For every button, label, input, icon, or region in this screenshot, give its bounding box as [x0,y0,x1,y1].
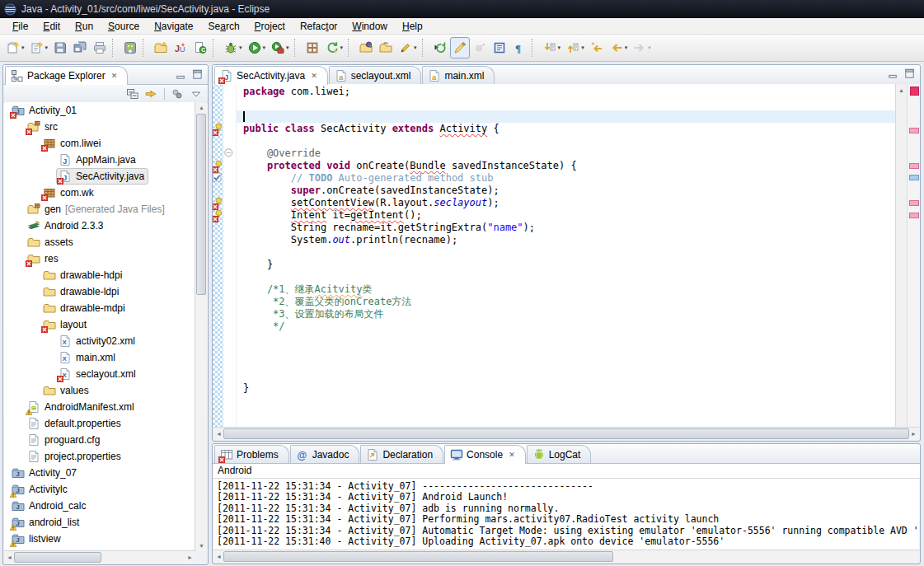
tree-item-drawable-hdpi[interactable]: drawable-hdpi [4,267,195,283]
editor-horizontal-scrollbar[interactable]: ◄ ► [213,427,919,440]
code-line[interactable]: } [237,259,895,271]
overview-marker-error[interactable] [909,200,919,206]
dropdown-arrow-icon[interactable]: ▾ [414,44,417,51]
forward-button[interactable]: ▾ [630,37,654,58]
view-tab-javadoc[interactable]: @Javadoc [290,445,360,463]
menu-file[interactable]: File [5,20,35,33]
overview-marker-task[interactable] [909,175,919,180]
close-icon[interactable]: ✕ [111,72,118,80]
minimize-editor-button[interactable] [885,67,900,80]
tree-item-src[interactable]: src [4,119,195,135]
bulb-error-icon[interactable] [213,123,224,135]
bulb-error-icon[interactable] [213,160,224,172]
tree-item-android_list[interactable]: Jandroid_list [4,514,195,531]
run-external-button[interactable] [430,37,450,58]
dropdown-arrow-icon[interactable]: ▾ [340,44,344,51]
code-editor[interactable]: package com.liwei;public class SecActivi… [237,84,895,428]
menu-navigate[interactable]: Navigate [147,20,200,33]
tree-item-values[interactable]: values [4,382,195,399]
code-line[interactable]: String recname=it.getStringExtra("name")… [237,222,895,234]
tree-item-seclayout.xml[interactable]: Xseclayout.xml [4,366,195,382]
editor-tab-secactivity.java[interactable]: JSecActivity.java✕ [214,66,328,85]
mark-occurrences-button[interactable] [450,37,470,58]
tree-item-com.liwei[interactable]: com.liwei [4,135,195,152]
overview-marker-error[interactable] [909,163,919,169]
view-tab-logcat[interactable]: LogCat [527,445,592,463]
code-line[interactable] [237,246,895,259]
code-line[interactable]: *3、设置加载的布局文件 [237,308,895,320]
fold-collapse-icon[interactable] [224,148,235,159]
menu-refactor[interactable]: Refactor [293,20,345,33]
menu-search[interactable]: Search [201,20,247,33]
dropdown-arrow-icon[interactable]: ▾ [581,44,584,51]
tree-item-android-2.3.3[interactable]: Android 2.3.3 [4,218,195,234]
code-line[interactable]: protected void onCreate(Bundle savedInst… [237,160,895,172]
new-java-class-button[interactable]: C [190,37,210,58]
code-line[interactable]: package com.liwei; [237,86,895,98]
menu-edit[interactable]: Edit [35,20,68,33]
debug-button[interactable]: ▾ [221,37,245,58]
code-line[interactable]: // TODO Auto-generated method stub [237,172,895,185]
tree-item-main.xml[interactable]: Xmain.xml [4,349,195,366]
sync-button[interactable]: ▾ [322,37,346,58]
code-line[interactable]: /*1、继承Acitvity类 [237,283,895,296]
bulb-error-icon[interactable] [213,209,224,222]
overview-marker-error[interactable] [909,128,919,133]
task-icon[interactable] [213,172,224,185]
tree-item-assets[interactable]: assets [4,234,195,250]
view-tab-declaration[interactable]: Declaration [360,445,443,463]
tree-horizontal-scrollbar[interactable]: ◄ ► [4,550,195,564]
code-line[interactable] [237,110,895,123]
new-wizard-button[interactable]: ▾ [3,37,27,58]
tree-item-project.properties[interactable]: project.properties [4,448,195,465]
code-line[interactable]: } [237,382,895,395]
open-type-button[interactable] [356,37,376,58]
code-line[interactable]: public class SecActivity extends Activit… [237,123,895,135]
show-whitespace-button[interactable]: ¶ [509,37,529,58]
menu-project[interactable]: Project [247,20,293,33]
dropdown-arrow-icon[interactable]: ▾ [558,44,561,51]
package-explorer-tab[interactable]: Package Explorer ✕ [5,66,128,85]
code-line[interactable]: System.out.println(recname); [237,234,895,246]
dropdown-arrow-icon[interactable]: ▾ [286,44,289,51]
minimize-view-button[interactable] [173,68,188,81]
editor-tab-seclayout.xml[interactable]: aseclayout.xml [329,66,422,84]
code-line[interactable] [237,135,895,147]
tree-item-proguard.cfg[interactable]: proguard.cfg [4,432,195,448]
code-line[interactable] [237,370,895,382]
new-menu-button[interactable]: ▾ [27,37,51,58]
annotation-pen-button[interactable]: ▾ [396,37,420,58]
code-line[interactable]: */ [237,320,895,333]
focus-button[interactable] [169,87,185,101]
close-icon[interactable]: ✕ [509,451,515,459]
menu-run[interactable]: Run [68,20,101,33]
tree-item-activity_07[interactable]: JActivity_07 [4,465,195,481]
code-line[interactable]: @Override [237,147,895,160]
code-line[interactable] [237,333,895,345]
last-edit-location-button[interactable] [587,37,607,58]
view-tab-console[interactable]: Console✕ [444,445,526,464]
view-menu-button[interactable] [188,87,204,101]
dropdown-arrow-icon[interactable]: ▾ [625,44,628,51]
open-resource-button[interactable] [376,37,396,58]
overview-marker-error[interactable] [909,213,919,218]
android-sdk-button[interactable] [120,37,140,58]
tree-item-activity_01[interactable]: JActivity_01 [4,102,195,119]
console-horizontal-scrollbar[interactable]: ◄ [213,550,919,563]
tree-item-listview[interactable]: Jlistview [4,531,195,547]
run-config-button[interactable]: ▾ [268,37,292,58]
tree-item-secactivity.java[interactable]: JSecActivity.java [4,168,195,185]
tree-item-com.wk[interactable]: com.wk [4,185,195,201]
tree-item-drawable-mdpi[interactable]: drawable-mdpi [4,300,195,316]
close-icon[interactable]: ✕ [311,72,317,80]
code-line[interactable] [237,358,895,370]
tree-item-layout[interactable]: layout [4,316,195,333]
run-button[interactable]: ▾ [245,37,269,58]
back-button[interactable]: ▾ [607,37,631,58]
maximize-view-button[interactable] [190,68,204,81]
prev-annotation-button[interactable]: ▾ [563,37,587,58]
dropdown-arrow-icon[interactable]: ▾ [648,44,651,51]
editor-vertical-scrollbar[interactable]: ▲ [895,84,907,428]
code-line[interactable]: super.onCreate(savedInstanceState); [237,185,895,197]
show-source-button[interactable] [490,37,509,58]
